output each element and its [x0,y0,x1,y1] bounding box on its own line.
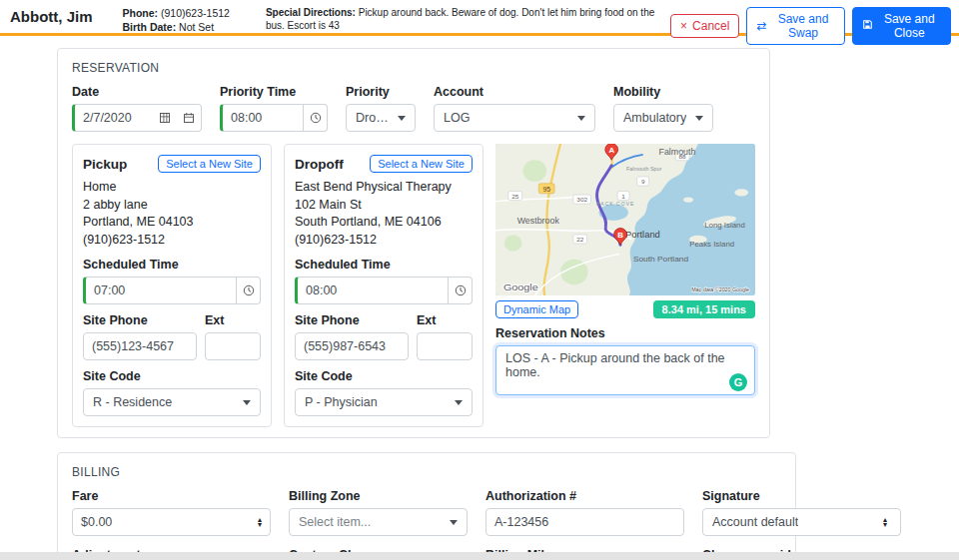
cancel-button[interactable]: × Cancel [670,14,739,38]
grammarly-icon[interactable]: G [729,373,747,391]
calendar-icon[interactable] [177,105,201,131]
chevron-down-icon [577,116,585,121]
dropoff-site-phone-field: Site Phone [295,304,409,360]
park-area [523,160,547,182]
pickup-select-new-site-button[interactable]: Select a New Site [158,155,261,173]
client-header: Abbott, Jim Phone: (910)623-1512 Birth D… [0,0,959,36]
table-icon[interactable] [153,105,177,131]
fare-spinner[interactable]: ▴▾ [250,509,270,535]
priority-time-input-group [220,104,328,132]
pickup-ext-input[interactable] [206,339,260,353]
google-logo[interactable]: Google [503,281,538,292]
dropoff-scheduled-time-label: Scheduled Time [295,258,473,272]
map-label-south-portland: South Portland [633,255,688,264]
pickup-scheduled-time-group [83,277,261,304]
mobility-label: Mobility [613,85,713,99]
dropoff-site-phone-input[interactable] [296,339,408,353]
pickup-panel: Pickup Select a New Site Home 2 abby lan… [72,144,272,427]
dropoff-site-code-select[interactable]: P - Physician [295,388,473,416]
reservation-notes-input[interactable]: LOS - A - Pickup around the back of the … [495,345,755,395]
client-phone-row: Phone: (910)623-1512 [123,6,230,20]
shield-label: 302 [576,197,587,204]
pickup-ext-group [205,332,261,360]
route-shield-302: 302 [573,195,591,204]
phone-value: (910)623-1512 [161,7,230,19]
signature-label: Signature [702,489,901,503]
pickup-address: Home 2 abby lane Portland, ME 04103 (910… [83,179,261,249]
map-attribution: Map data ©2020 Google [691,287,749,293]
route-map[interactable]: 95 302 25 2 [495,144,755,295]
chevron-down-icon [455,400,463,405]
client-birthdate-row: Birth Date: Not Set [123,20,230,34]
signature-select[interactable]: Account default ▴▾ [702,508,901,536]
dropoff-scheduled-time-group [295,277,473,304]
billing-zone-select[interactable]: Select item... [289,508,468,536]
map-label-westbrook: Westbrook [517,216,560,226]
fare-field: Fare ▴▾ [72,489,271,536]
clock-icon[interactable] [448,278,472,303]
billing-grid: Fare ▴▾ Billing Zone Select item... Auth… [72,489,781,560]
map-column: 95 302 25 2 [495,144,755,427]
shield-label: 25 [511,193,519,200]
pickup-ext-field: Ext [205,304,261,360]
main-content: RESERVATION Date Priority T [0,36,959,560]
dropoff-site-phone-label: Site Phone [295,313,409,327]
park-area [504,235,522,251]
save-and-close-label: Save and Close [878,12,941,40]
marker-b-label: B [617,231,623,240]
mobility-select[interactable]: Ambulatory [613,104,713,132]
map-label-long-island: Long Island [704,221,745,230]
pickup-ext-label: Ext [205,313,261,327]
pickup-site-code-label: Site Code [83,369,261,383]
dropoff-scheduled-time-input[interactable] [298,283,448,297]
route-shield-22: 22 [573,235,587,244]
fare-label: Fare [72,489,271,503]
date-field: Date [72,85,202,132]
priority-select[interactable]: Dropoff [346,104,416,132]
priority-time-field: Priority Time [220,85,328,132]
updown-icon: ▴▾ [879,509,891,535]
birthdate-label: Birth Date: [123,21,177,33]
billing-zone-field: Billing Zone Select item... [289,489,468,536]
dropoff-ext-field: Ext [417,304,473,360]
dropoff-panel: Dropoff Select a New Site East Bend Phys… [284,144,483,427]
authorization-input[interactable] [486,515,683,529]
special-directions: Special Directions: Pickup around back. … [266,5,670,32]
map-label-falmouth-spur: Falmouth Spur [626,166,662,172]
map-label-peaks-island: Peaks Island [689,240,734,249]
clock-icon[interactable] [236,278,260,303]
fare-input[interactable] [73,515,250,529]
cancel-label: Cancel [692,19,729,33]
billing-section: BILLING Fare ▴▾ Billing Zone Select item… [57,452,796,560]
app-window: Abbott, Jim Phone: (910)623-1512 Birth D… [0,0,959,560]
chevron-down-icon [398,116,406,121]
route-shield-1: 1 [617,192,629,201]
special-directions-label: Special Directions: [266,7,356,18]
priority-field: Priority Dropoff [346,85,416,132]
chevron-down-icon [695,116,703,121]
account-select[interactable]: LOG [434,104,595,132]
pickup-address-line: 2 abby lane [83,197,261,215]
billing-zone-value: Select item... [299,515,371,529]
account-value: LOG [444,111,470,125]
pickup-site-phone-input[interactable] [84,339,196,353]
pickup-scheduled-time-input[interactable] [86,283,236,297]
priority-time-input[interactable] [223,111,303,125]
pickup-site-phone-label: Site Phone [83,313,197,327]
pickup-site-code-select[interactable]: R - Residence [83,388,261,416]
dropoff-select-new-site-button[interactable]: Select a New Site [370,155,473,173]
clock-icon[interactable] [303,105,327,131]
dropoff-site-phone-group [295,332,409,360]
date-label: Date [72,85,202,99]
shield-label: 22 [576,236,584,243]
save-and-close-button[interactable]: Save and Close [852,7,951,45]
dropoff-site-code-label: Site Code [295,369,473,383]
priority-time-label: Priority Time [220,85,328,99]
save-and-swap-button[interactable]: ⇄ Save and Swap [746,7,844,45]
pickup-scheduled-time-label: Scheduled Time [83,258,261,272]
dynamic-map-button[interactable]: Dynamic Map [495,300,578,318]
dropoff-ext-input[interactable] [418,339,472,353]
date-input[interactable] [75,111,153,125]
header-actions: × Cancel ⇄ Save and Swap Save and Close [670,5,951,45]
route-shield-95: 95 [538,184,554,194]
